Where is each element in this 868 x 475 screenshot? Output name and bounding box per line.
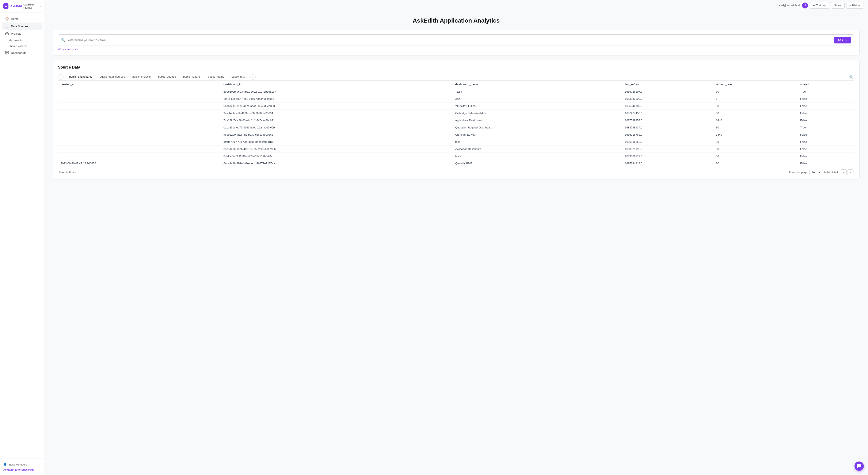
sidebar-item-shared-with-me[interactable]: Shared with me [2, 43, 42, 49]
tab-prev-button[interactable]: ‹ [58, 74, 64, 80]
tab-public-queries[interactable]: _public_queries [154, 73, 179, 80]
sidebar: A AskEdit AskEdith Internal ▾ 🏠 Home [0, 0, 44, 475]
sample-rows-label: Sample Rows [59, 171, 76, 174]
svg-rect-7 [7, 53, 8, 54]
chat-bubble-button[interactable] [855, 462, 864, 471]
data-table-wrapper: created_at dashboard_id dashboard_name l… [58, 80, 854, 167]
svg-rect-0 [5, 25, 9, 25]
invite-members-label: Invite Members [8, 463, 27, 466]
page-title: AskEdith Application Analytics [53, 17, 860, 24]
col-dashboard-name: dashboard_name [453, 80, 622, 88]
ask-button-label: Ask [838, 38, 843, 42]
table-row: 9efc14cf-ccdb-4928-bd88-2620f1a05004Celb… [58, 110, 854, 117]
table-row: 74a23f47-cc88-43ed-b2d2-346caa30c621Agri… [58, 117, 854, 124]
tab-public-dashboards[interactable]: _public_dashboards [65, 73, 95, 80]
projects-icon [5, 32, 9, 35]
col-refresh-rate: refresh_rate [713, 80, 798, 88]
sidebar-item-projects[interactable]: Projects [2, 30, 42, 37]
prev-page-button[interactable]: ‹ [841, 169, 847, 175]
sidebar-item-projects-label: Projects [11, 32, 21, 35]
table-row: 1fb1649b-e80f-4cd2-9cd9-4bed49dca952Xsz1… [58, 95, 854, 103]
what-can-i-ask-link[interactable]: What can I ask? [58, 48, 78, 51]
app-logo-icon: A [3, 3, 8, 9]
col-created-at: created_at [58, 80, 221, 88]
history-button-label: History [852, 4, 861, 7]
history-button[interactable]: « History [846, 2, 864, 9]
sidebar-item-my-projects-label: My projects [8, 39, 22, 42]
tab-public-projects[interactable]: _public_projects [128, 73, 154, 80]
next-page-button[interactable]: › [847, 169, 854, 175]
tab-public-reports[interactable]: _public_reports [179, 73, 204, 80]
ask-button[interactable]: Ask → [834, 37, 851, 43]
topbar: jared@askedith.ai J AI Training Share « … [44, 0, 868, 11]
sidebar-item-data-sources[interactable]: Data Sources [2, 23, 42, 30]
table-footer: Sample Rows Rows per page: 10 20 50 100 … [58, 167, 854, 175]
rows-per-page-label: Rows per page: [789, 171, 808, 174]
sidebar-item-dashboards[interactable]: Dashboards [2, 49, 42, 56]
svg-rect-1 [5, 26, 9, 26]
history-arrow-icon: « [849, 4, 851, 7]
avatar: J [802, 3, 808, 8]
ai-training-button[interactable]: AI Training [810, 2, 829, 9]
svg-rect-2 [5, 27, 9, 27]
rows-per-page-select[interactable]: 10 20 50 100 [809, 170, 821, 175]
tab-search-icon: 🔍 [849, 75, 854, 79]
table-row: 2023-09-20 07:42:13.7004566ece9a96-8fab-… [58, 160, 854, 167]
search-bar: 🔍 Ask → [58, 34, 854, 46]
table-row: 5bbc84a7-81c6-417b-adaf-83843d3ec383YO S… [58, 103, 854, 110]
sidebar-item-dashboards-label: Dashboards [11, 51, 26, 55]
sidebar-logo: A AskEdit AskEdith Internal ▾ [0, 0, 44, 12]
user-email: jared@askedith.ai [778, 4, 800, 7]
tab-public-tea-more[interactable]: _public_tea... [227, 73, 249, 80]
search-card: 🔍 Ask → What can I ask? [53, 30, 860, 56]
home-icon: 🏠 [5, 17, 9, 21]
tab-next-button[interactable]: › [250, 74, 256, 80]
source-data-card: Source Data ‹ _public_dashboards _public… [53, 60, 860, 180]
svg-rect-4 [5, 51, 7, 53]
data-table: created_at dashboard_id dashboard_name l… [58, 80, 854, 167]
sidebar-item-data-sources-label: Data Sources [11, 25, 28, 28]
sidebar-bottom: 👤 Invite Members AskEdith Enterprise Pla… [0, 459, 44, 475]
svg-rect-5 [7, 51, 8, 53]
sidebar-item-my-projects[interactable]: My projects [2, 37, 42, 43]
workspace-selector[interactable]: AskEdith Internal ▾ [23, 3, 41, 9]
svg-rect-6 [5, 53, 7, 54]
chat-icon [857, 464, 862, 469]
col-dashboard-id: dashboard_id [221, 80, 453, 88]
workspace-name: AskEdith Internal [23, 3, 39, 9]
app-name-suffix: Edit [16, 4, 22, 8]
sidebar-item-home-label: Home [11, 17, 19, 21]
invite-members-button[interactable]: 👤 Invite Members [3, 462, 41, 467]
col-shared: shared [798, 80, 854, 88]
sidebar-nav: 🏠 Home Data Sources Projects [0, 12, 44, 459]
enterprise-plan-badge: AskEdith Enterprise Plan [3, 467, 41, 472]
content-area: AskEdith Application Analytics 🔍 Ask → W… [44, 11, 868, 475]
app-name-prefix: Ask [10, 4, 16, 8]
table-row: 6ebb102b-d603-4b21-8622-e1073b3851e7TEST… [58, 88, 854, 95]
share-button[interactable]: Share [831, 2, 845, 9]
tab-public-teams[interactable]: _public_teams [204, 73, 227, 80]
pagination-info: 1–20 of 141 [824, 171, 838, 174]
col-last-refresh: last_refresh [622, 80, 713, 88]
invite-icon: 👤 [3, 463, 7, 466]
sidebar-item-shared-with-me-label: Shared with me [8, 44, 27, 48]
data-sources-icon [5, 24, 9, 28]
chevron-down-icon: ▾ [40, 5, 41, 7]
table-row: a6b922b0-4acf-4ff3-b93a-c36c3de00863Camp… [58, 131, 854, 138]
source-data-title: Source Data [58, 65, 854, 70]
rows-per-page: Rows per page: 10 20 50 100 [789, 170, 821, 175]
table-row: 8defcc8a-0212-49fc-97fe-18453f8ab20etest… [58, 153, 854, 160]
app-name: AskEdit [10, 4, 22, 8]
sidebar-item-home[interactable]: 🏠 Home [2, 15, 42, 22]
table-row: dfa8d799-4723-43f8-bf96-8dec4fad3d1ctest… [58, 138, 854, 145]
main-content: jared@askedith.ai J AI Training Share « … [44, 0, 868, 475]
tab-public-data-sources[interactable]: _public_data_sources [95, 73, 128, 80]
dashboards-icon [5, 51, 9, 55]
search-input[interactable] [67, 38, 832, 42]
table-row: 35c8db3b-00bb-4097-8705-cd90561ab936Avoc… [58, 145, 854, 153]
ask-arrow-icon: → [844, 38, 847, 42]
tab-search-button[interactable]: 🔍 [848, 74, 854, 80]
table-row: cd1b25bc-ea76-49d9-bc0a-16a48de7f69bQuot… [58, 124, 854, 131]
tabs-container: ‹ _public_dashboards _public_data_source… [58, 73, 854, 80]
pagination-buttons: ‹ › [841, 169, 854, 175]
